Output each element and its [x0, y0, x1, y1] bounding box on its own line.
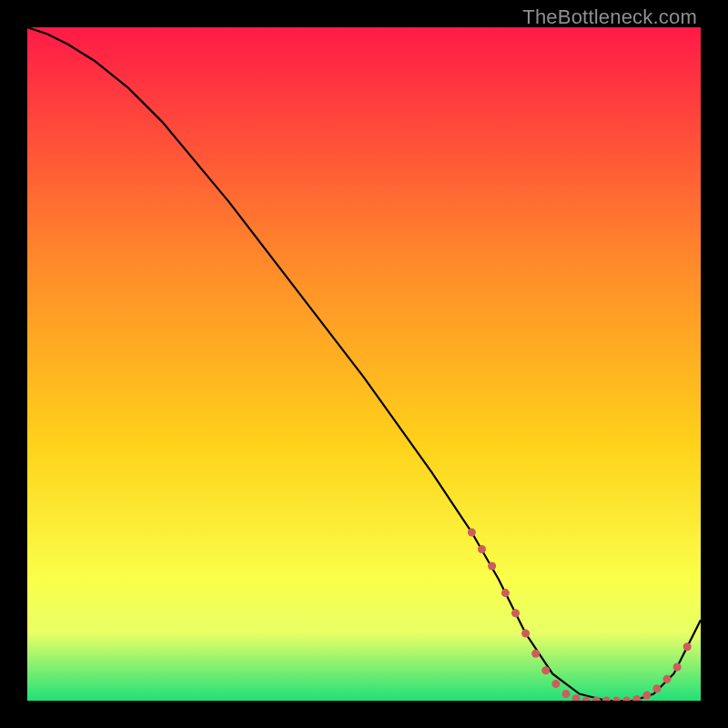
data-marker	[468, 529, 476, 537]
data-marker	[488, 562, 496, 571]
chart-frame	[27, 27, 701, 701]
bottleneck-chart	[27, 27, 701, 701]
data-marker	[511, 609, 520, 617]
data-marker	[541, 666, 550, 674]
data-marker	[673, 663, 682, 672]
data-marker	[521, 630, 530, 638]
data-marker	[663, 675, 672, 683]
data-marker	[551, 680, 560, 688]
gradient-background	[27, 27, 701, 701]
data-marker	[642, 692, 651, 700]
data-marker	[531, 650, 540, 658]
data-marker	[562, 690, 571, 698]
data-marker	[501, 589, 510, 597]
data-marker	[683, 642, 692, 651]
watermark-text: TheBottleneck.com	[522, 5, 697, 29]
data-marker	[652, 684, 661, 693]
data-marker	[478, 545, 486, 553]
